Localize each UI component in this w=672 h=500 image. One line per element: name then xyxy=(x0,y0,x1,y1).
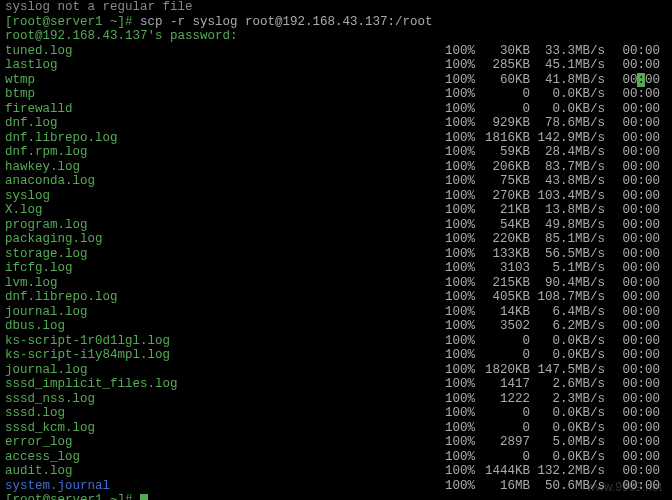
percent: 100% xyxy=(435,450,475,465)
speed: 85.1MB/s xyxy=(530,232,605,247)
file-name: dnf.librepo.log xyxy=(5,131,435,146)
speed: 0.0KB/s xyxy=(530,87,605,102)
percent: 100% xyxy=(435,102,475,117)
eta: 00:00 xyxy=(605,348,660,363)
transfer-row: storage.log100%133KB56.5MB/s00:00 xyxy=(0,247,672,262)
eta: 00:00 xyxy=(605,218,660,233)
size: 21KB xyxy=(475,203,530,218)
eta: 00:00 xyxy=(605,189,660,204)
eta: 00:00 xyxy=(605,102,660,117)
speed: 0.0KB/s xyxy=(530,334,605,349)
speed: 49.8MB/s xyxy=(530,218,605,233)
transfer-row: sssd.log100%00.0KB/s00:00 xyxy=(0,406,672,421)
percent: 100% xyxy=(435,116,475,131)
size: 1222 xyxy=(475,392,530,407)
file-name: X.log xyxy=(5,203,435,218)
file-name: audit.log xyxy=(5,464,435,479)
transfer-row: packaging.log100%220KB85.1MB/s00:00 xyxy=(0,232,672,247)
file-name: ks-script-i1y84mpl.log xyxy=(5,348,435,363)
speed: 2.6MB/s xyxy=(530,377,605,392)
file-name: dnf.log xyxy=(5,116,435,131)
transfer-row: X.log100%21KB13.8MB/s00:00 xyxy=(0,203,672,218)
speed: 6.4MB/s xyxy=(530,305,605,320)
speed: 0.0KB/s xyxy=(530,348,605,363)
speed: 108.7MB/s xyxy=(530,290,605,305)
transfer-row: lastlog100%285KB45.1MB/s00:00 xyxy=(0,58,672,73)
speed: 83.7MB/s xyxy=(530,160,605,175)
speed: 43.8MB/s xyxy=(530,174,605,189)
file-name: storage.log xyxy=(5,247,435,262)
speed: 132.2MB/s xyxy=(530,464,605,479)
speed: 41.8MB/s xyxy=(530,73,605,88)
prompt-label: [root@server1 ~]# xyxy=(5,493,140,500)
speed: 56.5MB/s xyxy=(530,247,605,262)
transfer-row: journal.log100%14KB6.4MB/s00:00 xyxy=(0,305,672,320)
transfer-row: firewalld100%00.0KB/s00:00 xyxy=(0,102,672,117)
percent: 100% xyxy=(435,348,475,363)
file-name: dnf.librepo.log xyxy=(5,290,435,305)
percent: 100% xyxy=(435,189,475,204)
percent: 100% xyxy=(435,392,475,407)
password-prompt: root@192.168.43.137's password: xyxy=(0,29,672,44)
percent: 100% xyxy=(435,44,475,59)
file-name: wtmp xyxy=(5,73,435,88)
eta: 00:00 xyxy=(605,450,660,465)
file-name: journal.log xyxy=(5,363,435,378)
size: 0 xyxy=(475,334,530,349)
transfer-row: ks-script-1r0d1lgl.log100%00.0KB/s00:00 xyxy=(0,334,672,349)
speed: 6.2MB/s xyxy=(530,319,605,334)
percent: 100% xyxy=(435,319,475,334)
eta: 00:00 xyxy=(605,247,660,262)
eta: 00:00 xyxy=(605,160,660,175)
eta: 00:00 xyxy=(605,319,660,334)
eta: 00:00 xyxy=(605,392,660,407)
transfer-row: journal.log100%1820KB147.5MB/s00:00 xyxy=(0,363,672,378)
eta: 00:00 xyxy=(605,232,660,247)
speed: 103.4MB/s xyxy=(530,189,605,204)
transfer-row: dnf.librepo.log100%405KB108.7MB/s00:00 xyxy=(0,290,672,305)
speed: 0.0KB/s xyxy=(530,450,605,465)
file-name: dnf.rpm.log xyxy=(5,145,435,160)
percent: 100% xyxy=(435,421,475,436)
size: 0 xyxy=(475,87,530,102)
transfer-row: program.log100%54KB49.8MB/s00:00 xyxy=(0,218,672,233)
transfer-row: dnf.rpm.log100%59KB28.4MB/s00:00 xyxy=(0,145,672,160)
size: 60KB xyxy=(475,73,530,88)
hint-line: syslog not a regular file xyxy=(0,0,672,15)
speed: 0.0KB/s xyxy=(530,406,605,421)
percent: 100% xyxy=(435,58,475,73)
eta: 00:00 xyxy=(605,131,660,146)
speed: 33.3MB/s xyxy=(530,44,605,59)
shell-prompt[interactable]: [root@server1 ~]# xyxy=(0,493,672,500)
size: 14KB xyxy=(475,305,530,320)
file-name: packaging.log xyxy=(5,232,435,247)
percent: 100% xyxy=(435,276,475,291)
file-name: program.log xyxy=(5,218,435,233)
percent: 100% xyxy=(435,145,475,160)
command-line: [root@server1 ~]# scp -r syslog root@192… xyxy=(0,15,672,30)
percent: 100% xyxy=(435,363,475,378)
speed: 0.0KB/s xyxy=(530,421,605,436)
percent: 100% xyxy=(435,479,475,494)
eta: 00:00 xyxy=(605,377,660,392)
eta: 00:00 xyxy=(605,406,660,421)
eta: 00:00 xyxy=(605,58,660,73)
eta: 00:00 xyxy=(605,435,660,450)
percent: 100% xyxy=(435,87,475,102)
percent: 100% xyxy=(435,131,475,146)
size: 929KB xyxy=(475,116,530,131)
eta: 00:00 xyxy=(605,174,660,189)
transfer-row: error_log100%28975.0MB/s00:00 xyxy=(0,435,672,450)
transfer-row: sssd_implicit_files.log100%14172.6MB/s00… xyxy=(0,377,672,392)
percent: 100% xyxy=(435,305,475,320)
size: 0 xyxy=(475,450,530,465)
size: 133KB xyxy=(475,247,530,262)
percent: 100% xyxy=(435,464,475,479)
eta: 00:00 xyxy=(605,479,660,494)
transfer-row: wtmp100%60KB41.8MB/s00:00 xyxy=(0,73,672,88)
speed: 147.5MB/s xyxy=(530,363,605,378)
file-name: anaconda.log xyxy=(5,174,435,189)
speed: 28.4MB/s xyxy=(530,145,605,160)
percent: 100% xyxy=(435,218,475,233)
eta: 00:00 xyxy=(605,145,660,160)
